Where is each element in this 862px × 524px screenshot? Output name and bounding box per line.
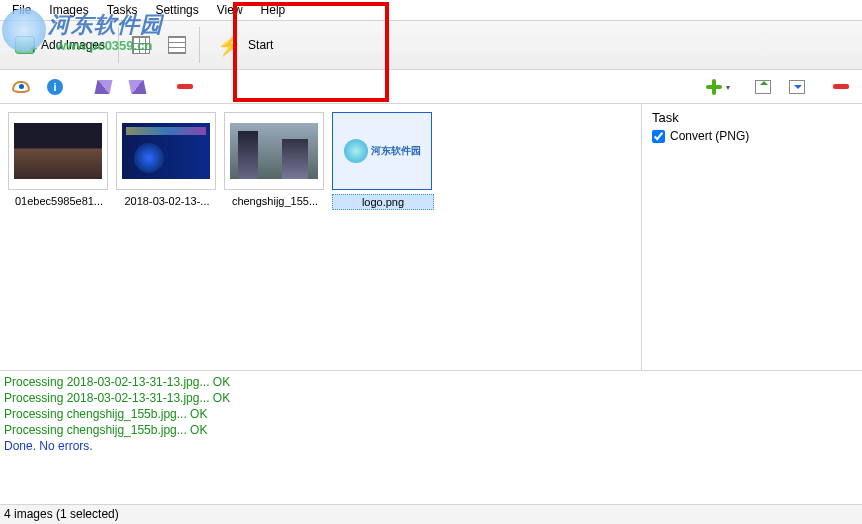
- flip-v-button[interactable]: [122, 74, 152, 100]
- thumb-frame: [224, 112, 324, 190]
- log-line: Processing 2018-03-02-13-31-13.jpg... OK: [4, 391, 858, 405]
- thumb-frame: 河东软件园: [332, 112, 432, 190]
- task-item-label: Convert (PNG): [670, 129, 749, 143]
- log-panel: Processing 2018-03-02-13-31-13.jpg... OK…: [0, 370, 862, 498]
- log-line: Done. No errors.: [4, 439, 858, 453]
- thumbnail[interactable]: 河东软件园logo.png: [332, 112, 434, 210]
- logo-image: 河东软件园: [344, 139, 421, 163]
- add-images-label: Add Images: [41, 38, 105, 52]
- content-area: 01ebec5985e81...2018-03-02-13-...chengsh…: [0, 104, 862, 370]
- grid-view-button[interactable]: [123, 26, 159, 64]
- menu-images[interactable]: Images: [41, 2, 96, 18]
- thumb-caption: 2018-03-02-13-...: [116, 194, 218, 208]
- thumbnail[interactable]: 2018-03-02-13-...: [116, 112, 218, 208]
- menubar: File Images Tasks Settings View Help: [0, 0, 862, 20]
- plus-icon: [705, 78, 723, 96]
- thumbnail-panel[interactable]: 01ebec5985e81...2018-03-02-13-...chengsh…: [0, 104, 642, 370]
- minus-icon: [833, 84, 849, 89]
- start-button[interactable]: ⚡ Start: [204, 26, 322, 64]
- add-task-button[interactable]: [694, 74, 734, 100]
- eye-icon: [12, 81, 30, 93]
- start-label: Start: [248, 38, 273, 52]
- menu-file[interactable]: File: [4, 2, 39, 18]
- log-line: Processing chengshijg_155b.jpg... OK: [4, 407, 858, 421]
- menu-settings[interactable]: Settings: [147, 2, 206, 18]
- flip-h-icon: [94, 80, 112, 94]
- thumb-caption: logo.png: [332, 194, 434, 210]
- thumbnail[interactable]: chengshijg_155...: [224, 112, 326, 208]
- remove-button[interactable]: [170, 74, 200, 100]
- minus-icon: [177, 84, 193, 89]
- thumbnail[interactable]: 01ebec5985e81...: [8, 112, 110, 208]
- flip-v-icon: [128, 80, 146, 94]
- info-icon: i: [47, 79, 63, 95]
- import-icon: [755, 80, 771, 94]
- thumb-image: [14, 123, 102, 179]
- menu-help[interactable]: Help: [253, 2, 294, 18]
- remove-task-button[interactable]: [826, 74, 856, 100]
- add-images-icon: [15, 36, 35, 54]
- task-panel: Task Convert (PNG): [642, 104, 862, 370]
- thumb-image: [230, 123, 318, 179]
- thumb-caption: chengshijg_155...: [224, 194, 326, 208]
- secondary-toolbar: i: [0, 70, 862, 104]
- view-button[interactable]: [6, 74, 36, 100]
- toolbar-separator: [199, 27, 200, 63]
- thumb-image: [122, 123, 210, 179]
- export-icon: [789, 80, 805, 94]
- task-item[interactable]: Convert (PNG): [652, 129, 852, 143]
- bolt-icon: ⚡: [217, 33, 242, 57]
- menu-tasks[interactable]: Tasks: [99, 2, 146, 18]
- menu-view[interactable]: View: [209, 2, 251, 18]
- toolbar-separator: [118, 27, 119, 63]
- list-icon: [168, 36, 186, 54]
- thumb-frame: [8, 112, 108, 190]
- task-header: Task: [652, 110, 852, 125]
- main-toolbar: Add Images ⚡ Start: [0, 20, 862, 70]
- import-button[interactable]: [748, 74, 778, 100]
- export-button[interactable]: [782, 74, 812, 100]
- add-images-button[interactable]: Add Images: [6, 26, 114, 64]
- log-line: Processing 2018-03-02-13-31-13.jpg... OK: [4, 375, 858, 389]
- grid-icon: [132, 36, 150, 54]
- status-text: 4 images (1 selected): [4, 507, 119, 521]
- list-view-button[interactable]: [159, 26, 195, 64]
- flip-h-button[interactable]: [88, 74, 118, 100]
- log-line: Processing chengshijg_155b.jpg... OK: [4, 423, 858, 437]
- info-button[interactable]: i: [40, 74, 70, 100]
- thumb-frame: [116, 112, 216, 190]
- task-checkbox[interactable]: [652, 130, 665, 143]
- thumb-caption: 01ebec5985e81...: [8, 194, 110, 208]
- status-bar: 4 images (1 selected): [0, 504, 862, 524]
